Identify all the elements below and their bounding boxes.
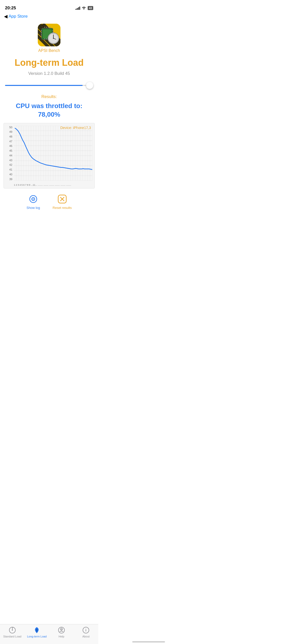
svg-rect-19 <box>46 27 47 28</box>
svg-rect-21 <box>50 27 50 28</box>
nav-back[interactable]: ◀ App Store <box>0 13 98 21</box>
svg-rect-13 <box>41 36 42 36</box>
y-label-48: 48 <box>5 135 12 138</box>
app-name: APSI Bench <box>38 48 60 53</box>
y-label-44: 44 <box>5 154 12 157</box>
svg-rect-10 <box>41 30 42 31</box>
show-log-button[interactable]: Show log <box>26 194 40 210</box>
progress-slider[interactable] <box>5 81 93 90</box>
app-icon <box>38 24 60 46</box>
reset-results-label: Reset results <box>53 206 72 210</box>
y-axis: 50 49 48 47 46 45 44 43 42 41 40 39 <box>5 126 12 181</box>
svg-rect-20 <box>48 27 49 28</box>
x-axis: 1 2 3 4 5 6 7 8 9 ...11... ........ ....… <box>14 184 92 186</box>
chart-inner: 50 49 48 47 46 45 44 43 42 41 40 39 <box>14 126 92 181</box>
slider-thumb[interactable] <box>86 82 93 89</box>
y-label-40: 40 <box>5 173 12 176</box>
svg-rect-23 <box>46 38 47 39</box>
y-label-47: 47 <box>5 140 12 143</box>
chart-container: Device: iPhone17,3 50 49 48 47 46 45 44 … <box>4 123 95 188</box>
version-text: Version 1.2.0 Build 45 <box>0 71 98 76</box>
chart-svg <box>14 126 92 181</box>
slider-fill <box>5 85 83 86</box>
main-title: Long-term Load <box>5 57 93 68</box>
cpu-result: CPU was throttled to: 78,00% <box>0 102 98 119</box>
cpu-result-text: CPU was throttled to: 78,00% <box>16 102 82 118</box>
y-label-49: 49 <box>5 130 12 133</box>
y-label-45: 45 <box>5 149 12 152</box>
back-arrow-icon: ◀ <box>4 14 8 19</box>
reset-results-icon <box>57 194 68 205</box>
x-axis-labels: 1 2 3 4 5 6 7 8 9 ...11... ........ ....… <box>14 184 71 186</box>
status-icons: 43 <box>76 6 93 10</box>
back-label: App Store <box>9 14 28 19</box>
show-log-icon <box>28 194 39 205</box>
status-time: 20:25 <box>5 6 16 11</box>
wifi-icon <box>82 6 86 10</box>
y-label-50: 50 <box>5 126 12 129</box>
y-label-42: 42 <box>5 163 12 166</box>
svg-rect-14 <box>52 30 53 31</box>
signal-icon <box>76 6 80 10</box>
reset-results-button[interactable]: Reset results <box>53 194 72 210</box>
svg-rect-32 <box>53 32 54 33</box>
results-label: Results: <box>0 94 98 99</box>
slider-track <box>5 85 93 86</box>
status-bar: 20:25 43 <box>0 0 98 13</box>
svg-rect-22 <box>44 38 45 39</box>
svg-point-79 <box>33 199 34 200</box>
y-label-43: 43 <box>5 159 12 162</box>
y-label-41: 41 <box>5 168 12 171</box>
y-label-46: 46 <box>5 144 12 147</box>
app-icon-container: APSI Bench <box>0 24 98 53</box>
svg-rect-12 <box>41 34 42 35</box>
svg-rect-18 <box>44 27 45 28</box>
y-label-39: 39 <box>5 178 12 181</box>
show-log-label: Show log <box>26 206 40 210</box>
svg-rect-11 <box>41 32 42 33</box>
action-buttons: Show log Reset results <box>0 194 98 212</box>
battery-icon: 43 <box>88 6 93 10</box>
